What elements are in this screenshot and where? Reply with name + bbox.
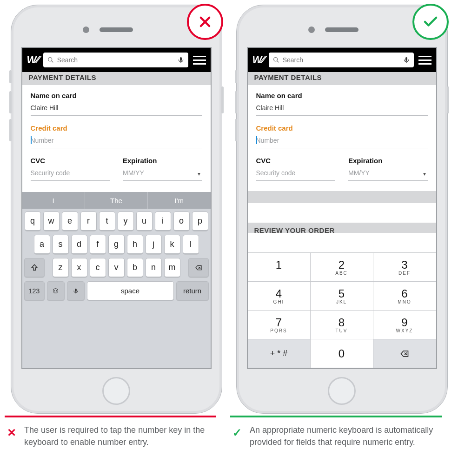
key-j[interactable]: j xyxy=(146,235,162,254)
key-o[interactable]: o xyxy=(173,212,190,231)
numkey-6[interactable]: 6MNO xyxy=(373,282,436,311)
expiration-label: Expiration xyxy=(348,157,428,165)
numkey-1[interactable]: 1 xyxy=(248,253,311,282)
svg-rect-4 xyxy=(405,57,407,61)
key-v[interactable]: v xyxy=(108,258,125,278)
expiration-label: Expiration xyxy=(123,157,202,165)
search-input[interactable] xyxy=(283,56,403,64)
numkey-0[interactable]: 0 xyxy=(311,339,373,368)
key-r[interactable]: r xyxy=(80,212,97,231)
numbers-key[interactable]: 123 xyxy=(24,281,45,301)
svg-rect-2 xyxy=(75,288,77,291)
key-s[interactable]: s xyxy=(53,235,69,254)
suggestion[interactable]: I'm xyxy=(148,192,210,209)
home-button[interactable] xyxy=(328,377,356,405)
key-w[interactable]: w xyxy=(43,212,60,231)
key-m[interactable]: m xyxy=(164,258,180,278)
good-badge-icon xyxy=(412,4,449,40)
key-n[interactable]: n xyxy=(146,258,162,278)
card-label: Credit card xyxy=(256,124,428,132)
key-u[interactable]: u xyxy=(136,212,153,231)
numkey-3[interactable]: 3DEF xyxy=(373,253,436,282)
check-icon: ✓ xyxy=(231,424,243,448)
numkey-symbols[interactable]: + * # xyxy=(248,339,311,368)
section-header: PAYMENT DETAILS xyxy=(248,72,436,85)
review-header: REVIEW YOUR ORDER xyxy=(248,223,436,233)
numkey-2[interactable]: 2ABC xyxy=(311,253,373,282)
search-icon xyxy=(272,56,280,64)
mic-icon[interactable] xyxy=(403,56,410,64)
bad-caption-text: The user is required to tap the number k… xyxy=(24,424,213,448)
key-e[interactable]: e xyxy=(62,212,78,231)
key-z[interactable]: z xyxy=(53,258,69,278)
payment-form: Name on card Claire Hill Credit card Num… xyxy=(22,85,211,191)
key-d[interactable]: d xyxy=(71,235,87,254)
key-y[interactable]: y xyxy=(118,212,134,231)
payment-form: Name on card Claire Hill Credit card Num… xyxy=(248,85,436,191)
search-field[interactable] xyxy=(43,53,188,67)
app-bar: W⁄⁄ xyxy=(22,48,211,72)
key-f[interactable]: f xyxy=(90,235,106,254)
key-a[interactable]: a xyxy=(34,235,50,254)
cvc-label: CVC xyxy=(256,157,336,165)
home-button[interactable] xyxy=(102,377,130,405)
key-h[interactable]: h xyxy=(127,235,143,254)
key-i[interactable]: i xyxy=(155,212,171,231)
key-c[interactable]: c xyxy=(90,258,106,278)
cvc-input[interactable]: Security code xyxy=(256,167,336,181)
mic-icon[interactable] xyxy=(177,56,185,64)
app-bar: W⁄⁄ xyxy=(248,48,436,72)
text-cursor xyxy=(256,136,257,144)
bad-badge-icon xyxy=(187,4,223,40)
backspace-key[interactable] xyxy=(188,258,209,278)
good-caption-text: An appropriate numeric keyboard is autom… xyxy=(250,424,439,448)
search-field[interactable] xyxy=(269,53,414,67)
numkey-7[interactable]: 7PQRS xyxy=(248,311,311,339)
emoji-key[interactable]: ☺ xyxy=(47,281,65,301)
expiration-input[interactable]: MM/YY xyxy=(123,167,202,181)
key-t[interactable]: t xyxy=(99,212,115,231)
return-key[interactable]: return xyxy=(176,281,209,301)
name-value[interactable]: Claire Hill xyxy=(31,102,202,116)
numkey-4[interactable]: 4GHI xyxy=(248,282,311,311)
space-key[interactable]: space xyxy=(87,281,174,301)
numkey-backspace[interactable] xyxy=(373,339,436,368)
key-p[interactable]: p xyxy=(192,212,208,231)
dictation-key[interactable] xyxy=(67,281,85,301)
card-input[interactable]: Number xyxy=(31,135,202,148)
key-b[interactable]: b xyxy=(127,258,143,278)
card-input[interactable]: Number xyxy=(256,135,428,148)
svg-rect-1 xyxy=(180,57,182,61)
card-label: Credit card xyxy=(31,124,202,132)
key-q[interactable]: q xyxy=(25,212,41,231)
section-header: PAYMENT DETAILS xyxy=(22,72,211,85)
key-k[interactable]: k xyxy=(164,235,180,254)
numeric-keyboard: 1 2ABC3DEF4GHI5JKL6MNO7PQRS8TUV9WXYZ+ * … xyxy=(248,252,436,368)
name-label: Name on card xyxy=(256,92,428,99)
menu-icon[interactable] xyxy=(193,54,206,66)
suggestion[interactable]: The xyxy=(85,192,148,209)
chevron-down-icon[interactable]: ▾ xyxy=(423,171,426,177)
search-icon xyxy=(47,56,54,64)
key-x[interactable]: x xyxy=(71,258,87,278)
numkey-9[interactable]: 9WXYZ xyxy=(373,311,436,339)
numkey-8[interactable]: 8TUV xyxy=(311,311,373,339)
suggestion[interactable]: I xyxy=(22,192,85,209)
name-value[interactable]: Claire Hill xyxy=(256,102,428,116)
chevron-down-icon[interactable]: ▾ xyxy=(198,171,200,177)
good-caption: ✓ An appropriate numeric keyboard is aut… xyxy=(230,416,442,457)
alpha-keyboard: I The I'm qwertyuiop asdfghjkl zxcvbnm xyxy=(22,192,211,368)
key-g[interactable]: g xyxy=(108,235,125,254)
phone-frame: W⁄⁄ PAYMENT DETAILS N xyxy=(11,5,222,414)
logo-icon: W⁄⁄ xyxy=(27,54,39,66)
shift-key[interactable] xyxy=(24,258,45,278)
search-input[interactable] xyxy=(57,56,177,64)
numkey-5[interactable]: 5JKL xyxy=(311,282,373,311)
expiration-input[interactable]: MM/YY xyxy=(348,167,428,181)
bad-example: W⁄⁄ PAYMENT DETAILS N xyxy=(11,5,222,414)
menu-icon[interactable] xyxy=(418,54,431,66)
x-icon: ✕ xyxy=(6,424,18,448)
key-l[interactable]: l xyxy=(183,235,199,254)
phone-frame: W⁄⁄ PAYMENT DETAILS N xyxy=(236,5,448,414)
cvc-input[interactable]: Security code xyxy=(31,167,110,181)
